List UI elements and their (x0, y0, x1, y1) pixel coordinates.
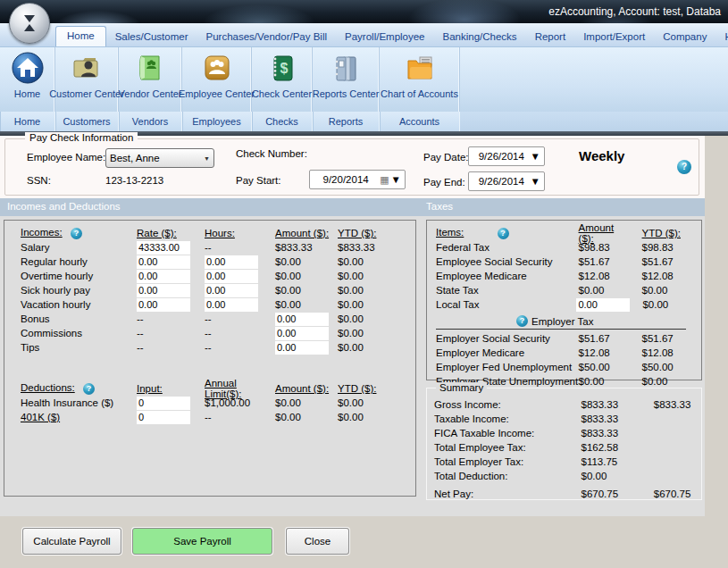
sick-hourly-hours-input[interactable] (205, 284, 258, 297)
summary-row-taxable-income: Taxable Income: $833.33 (434, 412, 701, 426)
401k-link[interactable]: 401K ($) (21, 412, 137, 422)
incomes-column-header: Incomes: (21, 227, 63, 238)
regular-hourly-hours-input[interactable] (205, 255, 258, 269)
subband-vendors[interactable]: Vendors (119, 112, 182, 131)
tax-amount: $12.08 (579, 347, 630, 358)
subband-customers[interactable]: Customers (55, 112, 119, 131)
save-payroll-button[interactable]: Save Payroll (132, 528, 272, 555)
tax-ytd: $12.08 (642, 347, 701, 358)
commissions-amount-input[interactable] (275, 327, 329, 340)
tab-import-export[interactable]: Import/Export (574, 28, 654, 46)
pay-date-dropdown[interactable]: 9/26/2014 ▼ (468, 146, 545, 166)
pay-start-datepicker[interactable]: 9/20/2014 ▦ ▼ (309, 170, 406, 189)
income-label: Vacation hourly (21, 299, 137, 310)
vacation-hourly-rate-input[interactable] (137, 298, 190, 312)
summary-value: $833.33 (582, 413, 654, 424)
tax-label: Employer Fed Unemployment (436, 362, 579, 372)
employee-name-dropdown[interactable]: Best, Anne ▼ (105, 148, 214, 168)
svg-text:$: $ (280, 61, 288, 76)
help-globe-icon[interactable]: ? (677, 160, 691, 174)
tax-label: State Tax (436, 285, 579, 296)
app-menu-button[interactable] (9, 3, 50, 44)
health-insurance-input[interactable] (137, 397, 190, 410)
regular-hourly-rate-input[interactable] (137, 255, 190, 269)
tab-help[interactable]: Help (715, 28, 728, 46)
chevron-down-icon: ▼ (531, 176, 540, 187)
close-button[interactable]: Close (286, 528, 349, 555)
income-ytd: $0.00 (338, 256, 397, 267)
help-globe-icon[interactable]: ? (498, 228, 509, 239)
subband-accounts[interactable]: Accounts (380, 112, 460, 131)
tab-report[interactable]: Report (526, 28, 575, 46)
income-ytd: $0.00 (338, 342, 397, 353)
items-column-header: Items: (436, 227, 464, 238)
tax-label: Employee Social Security (436, 256, 579, 267)
tax-ytd: $0.00 (642, 376, 701, 387)
401k-input[interactable] (137, 411, 190, 424)
summary-panel: Summary Gross Income: $833.33 $833.33 Ta… (426, 388, 702, 500)
sick-hourly-rate-input[interactable] (137, 284, 190, 297)
summary-label: Total Deduction: (434, 471, 582, 481)
income-rate: -- (137, 328, 205, 338)
summary-ytd: $670.75 (654, 489, 701, 499)
chevron-down-icon: ▼ (531, 151, 540, 162)
bonus-amount-input[interactable] (275, 313, 329, 326)
salary-rate-input[interactable] (137, 241, 190, 255)
employer-tax-header: ? Employer Tax (436, 313, 686, 330)
subband-employees[interactable]: Employees (182, 112, 252, 131)
income-label: Regular hourly (21, 256, 137, 267)
tab-payroll-employee[interactable]: Payroll/Employee (336, 28, 433, 46)
tax-row-employer-fed-unemployment: Employer Fed Unemployment $50.00 $50.00 (436, 360, 701, 374)
subband-home[interactable]: Home (0, 112, 55, 131)
ytd-column-header: YTD ($): (338, 383, 397, 394)
subband-reports[interactable]: Reports (313, 112, 380, 131)
deduction-limit: $1,000.00 (205, 397, 275, 408)
customer-center-button[interactable]: Customer Center (55, 47, 119, 112)
home-button[interactable]: Home (0, 47, 55, 112)
vendor-center-button[interactable]: Vendor Center (119, 47, 182, 112)
vacation-hourly-hours-input[interactable] (205, 298, 258, 312)
income-label: Overtime hourly (21, 271, 137, 281)
tab-home[interactable]: Home (55, 26, 106, 46)
income-ytd: $833.33 (338, 242, 397, 253)
tab-sales-customer[interactable]: Sales/Customer (106, 28, 197, 46)
overtime-hourly-rate-input[interactable] (137, 270, 190, 283)
menu-tab-bar: Home Sales/Customer Purchases/Vendor/Pay… (0, 23, 728, 47)
pay-end-dropdown[interactable]: 9/26/2014 ▼ (468, 171, 545, 191)
tax-row-employer-medicare: Employer Medicare $12.08 $12.08 (436, 346, 701, 360)
help-globe-icon[interactable]: ? (71, 228, 82, 239)
tax-ytd: $12.08 (642, 271, 701, 281)
help-globe-icon[interactable]: ? (83, 383, 95, 395)
chart-of-accounts-button[interactable]: Chart of Accounts (380, 47, 460, 112)
window-title: ezAccounting, Account: test, Databa (548, 5, 721, 18)
income-ytd: $0.00 (338, 299, 397, 310)
income-row-tips: Tips -- -- $0.00 (21, 340, 415, 355)
income-label: Salary (21, 242, 137, 253)
local-tax-input[interactable] (576, 298, 630, 312)
subband-checks[interactable]: Checks (252, 112, 313, 131)
tab-company[interactable]: Company (654, 28, 715, 46)
income-row-salary: Salary -- $833.33 $833.33 (21, 240, 415, 255)
check-center-button[interactable]: $ Check Center (252, 47, 313, 112)
paycheck-info-section: Pay Check Information Employee Name: Bes… (0, 136, 705, 198)
tax-label: Employer Medicare (436, 347, 579, 358)
employee-center-button[interactable]: Employee Center (182, 47, 252, 112)
summary-value: $670.75 (582, 489, 654, 499)
chevron-down-icon: ▼ (204, 155, 210, 162)
help-globe-icon[interactable]: ? (516, 315, 528, 327)
tab-purchases-vendor-pay-bill[interactable]: Purchases/Vendor/Pay Bill (197, 28, 337, 46)
toolbar-button-label: Check Center (252, 88, 312, 99)
tips-amount-input[interactable] (275, 341, 329, 355)
summary-row-net-pay: Net Pay: $670.75 $670.75 (434, 487, 701, 501)
income-amount: $0.00 (275, 256, 338, 267)
amount-column-header: Amount ($): (579, 222, 630, 244)
income-hours: -- (205, 328, 275, 338)
reports-center-button[interactable]: Reports Center (313, 47, 380, 112)
income-rate: -- (137, 313, 205, 324)
toolbar-button-label: Reports Center (313, 88, 380, 99)
calculate-payroll-button[interactable]: Calculate Payroll (22, 528, 121, 555)
overtime-hourly-hours-input[interactable] (205, 270, 258, 283)
pay-start-value: 9/20/2014 (314, 174, 378, 185)
toolbar: Home Customer Center (0, 47, 728, 112)
tab-banking-checks[interactable]: Banking/Checks (434, 28, 526, 46)
